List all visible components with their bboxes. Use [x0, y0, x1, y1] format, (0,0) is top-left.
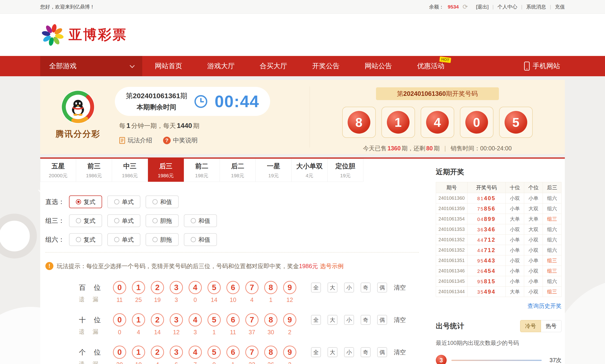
number-button-ge-6[interactable]: 6 — [226, 346, 240, 359]
number-button-bai-5[interactable]: 5 — [207, 281, 221, 294]
number-button-ge-3[interactable]: 3 — [170, 346, 183, 359]
miss-count: 23 — [249, 361, 255, 364]
number-button-bai-8[interactable]: 8 — [264, 281, 277, 294]
draw-balls: 81405 — [310, 107, 565, 138]
draw-ball-box: 4 — [421, 107, 454, 138]
miss-count: 37 — [249, 329, 255, 336]
bet-option-zuliu-danshi[interactable]: 单式 — [107, 233, 140, 246]
win-help-link[interactable]: ? 中奖说明 — [163, 136, 198, 144]
number-button-bai-6[interactable]: 6 — [226, 281, 240, 294]
quick-even-button[interactable]: 偶 — [377, 283, 387, 292]
number-button-shi-1[interactable]: 1 — [132, 313, 145, 326]
phone-icon — [524, 61, 530, 71]
tab-zhongsan[interactable]: 中三1986元 — [112, 159, 148, 182]
number-button-bai-1[interactable]: 1 — [132, 281, 145, 294]
number-button-ge-1[interactable]: 1 — [132, 346, 145, 359]
tab-qianer[interactable]: 前二198元 — [184, 159, 220, 182]
number-button-shi-0[interactable]: 0 — [113, 313, 126, 326]
quick-even-button[interactable]: 偶 — [377, 315, 387, 325]
nav-item-site-announcements[interactable]: 网站公告 — [352, 56, 405, 76]
number-cell: 836 — [261, 346, 280, 364]
number-button-shi-9[interactable]: 9 — [283, 313, 296, 326]
cold-numbers-button[interactable]: 冷号 — [520, 320, 541, 332]
quick-even-button[interactable]: 偶 — [377, 347, 387, 357]
tab-label: 定位胆 — [336, 162, 356, 171]
tab-housan[interactable]: 后三1986元 — [148, 159, 184, 182]
number-button-shi-2[interactable]: 2 — [151, 313, 164, 326]
quick-small-button[interactable]: 小 — [344, 315, 354, 325]
quick-big-button[interactable]: 大 — [328, 283, 337, 292]
quick-big-button[interactable]: 大 — [328, 315, 337, 325]
tab-houer[interactable]: 后二198元 — [220, 159, 256, 182]
bet-option-zuliu-hezhi[interactable]: 和值 — [184, 233, 217, 246]
all-games-menu[interactable]: 全部游戏 — [40, 56, 142, 76]
tab-dingweidan[interactable]: 定位胆19元 — [328, 159, 363, 182]
number-button-ge-8[interactable]: 8 — [264, 346, 277, 359]
history-draws-link[interactable]: 查询历史开奖 — [527, 303, 562, 309]
number-button-ge-9[interactable]: 9 — [283, 346, 296, 359]
refresh-icon[interactable]: ⟳ — [463, 3, 468, 11]
number-button-ge-2[interactable]: 2 — [151, 346, 164, 359]
quick-small-button[interactable]: 小 — [344, 347, 354, 357]
recharge-link[interactable]: 充值 — [555, 3, 565, 10]
tab-qiansan[interactable]: 前三1986元 — [76, 159, 112, 182]
number-button-shi-5[interactable]: 5 — [207, 313, 221, 326]
number-button-ge-7[interactable]: 7 — [245, 346, 259, 359]
bet-option-zhixuan-danshi[interactable]: 单式 — [107, 195, 140, 208]
brand-logo[interactable]: 亚博彩票 — [40, 22, 127, 47]
clear-button[interactable]: 清空 — [394, 348, 406, 356]
number-button-bai-3[interactable]: 3 — [170, 281, 183, 294]
bet-option-zusan-fushi[interactable]: 复式 — [69, 214, 102, 227]
quick-small-button[interactable]: 小 — [344, 283, 354, 292]
bet-option-zusan-danshi[interactable]: 单式 — [107, 214, 140, 227]
recent-draw-row: 240106134626454小单小双组三 — [436, 266, 562, 276]
clear-button[interactable]: 清空 — [394, 284, 406, 292]
number-button-ge-4[interactable]: 4 — [189, 346, 202, 359]
tab-daxiaodanshuang[interactable]: 大小单双4元 — [292, 159, 328, 182]
bet-option-zusan-hezhi[interactable]: 和值 — [184, 214, 217, 227]
example-link[interactable]: 选号示例 — [320, 263, 344, 269]
number-button-bai-0[interactable]: 0 — [113, 281, 126, 294]
bet-option-zuliu-dantuo[interactable]: 胆拖 — [146, 233, 179, 246]
nav-item-home[interactable]: 网站首页 — [142, 56, 195, 76]
bet-option-zuliu-fushi[interactable]: 复式 — [69, 233, 102, 246]
bet-option-zusan-dantuo[interactable]: 胆拖 — [146, 214, 179, 227]
system-messages-link[interactable]: 系统消息 — [526, 3, 546, 10]
tab-yixing[interactable]: 一星19元 — [256, 159, 292, 182]
hot-numbers-button[interactable]: 热号 — [541, 320, 562, 332]
number-button-bai-9[interactable]: 9 — [283, 281, 296, 294]
number-button-ge-5[interactable]: 5 — [207, 346, 221, 359]
number-button-shi-3[interactable]: 3 — [170, 313, 183, 326]
number-button-ge-0[interactable]: 0 — [113, 346, 126, 359]
draw-code: 04899 — [467, 214, 506, 224]
clear-button[interactable]: 清空 — [394, 316, 406, 324]
number-button-bai-7[interactable]: 7 — [245, 281, 259, 294]
miss-label: 遗漏 — [79, 360, 110, 364]
number-button-shi-6[interactable]: 6 — [226, 313, 240, 326]
nav-item-game-hall[interactable]: 游戏大厅 — [195, 56, 247, 76]
nav-item-promotions[interactable]: 优惠活动HOT — [405, 56, 457, 76]
nav-item-draw-announcements[interactable]: 开奖公告 — [300, 56, 352, 76]
number-button-bai-2[interactable]: 2 — [151, 281, 164, 294]
nav-item-mobile-site[interactable]: 手机网站 — [511, 56, 565, 76]
number-button-shi-4[interactable]: 4 — [189, 313, 202, 326]
tab-wuxing[interactable]: 五星20000元 — [40, 159, 76, 182]
quick-odd-button[interactable]: 奇 — [361, 315, 371, 325]
quick-all-button[interactable]: 全 — [311, 283, 321, 292]
quick-big-button[interactable]: 大 — [328, 347, 337, 357]
quick-odd-button[interactable]: 奇 — [361, 347, 371, 357]
bet-option-zhixuan-fushi[interactable]: 复式 — [69, 195, 102, 208]
bet-option-zhixuan-hezhi[interactable]: 和值 — [146, 195, 179, 208]
logout-link[interactable]: [退出] — [476, 3, 489, 10]
quick-odd-button[interactable]: 奇 — [361, 283, 371, 292]
number-button-shi-7[interactable]: 7 — [245, 313, 259, 326]
tab-price: 1986元 — [158, 172, 174, 179]
number-button-bai-4[interactable]: 4 — [189, 281, 202, 294]
number-button-shi-8[interactable]: 8 — [264, 313, 277, 326]
play-intro-link[interactable]: 玩法介绍 — [119, 136, 152, 144]
quick-all-button[interactable]: 全 — [311, 315, 321, 325]
quick-all-button[interactable]: 全 — [311, 347, 321, 357]
miss-count: 0 — [212, 361, 216, 364]
user-center-link[interactable]: 个人中心 — [497, 3, 517, 10]
nav-item-group-buy-hall[interactable]: 合买大厅 — [247, 56, 300, 76]
